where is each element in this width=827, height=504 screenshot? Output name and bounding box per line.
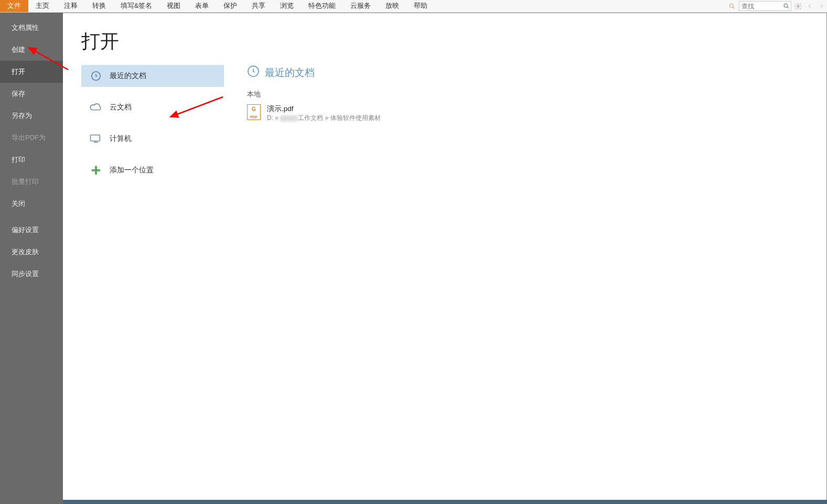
local-section-label: 本地 — [247, 90, 826, 99]
location-item-cloud[interactable]: 云文档 — [81, 96, 224, 118]
ribbon-tab-0[interactable]: 文件 — [0, 0, 28, 12]
search-icon[interactable] — [781, 2, 791, 11]
cloud-icon — [89, 102, 103, 113]
location-label: 计算机 — [110, 134, 132, 144]
file-path: D: » 工作文档 » 体验软件使用素材 — [267, 114, 381, 123]
sidebar-item-4[interactable]: 另存为 — [0, 105, 63, 127]
recent-panel: 最近的文档 本地 PDF演示.pdfD: » 工作文档 » 体验软件使用素材 — [224, 65, 826, 181]
ribbon-tab-13[interactable]: 帮助 — [406, 0, 435, 12]
ribbon-tab-5[interactable]: 视图 — [159, 0, 188, 12]
ribbon-tab-12[interactable]: 放映 — [378, 0, 406, 12]
svg-point-1 — [784, 4, 788, 7]
sidebar-item-3[interactable]: 保存 — [0, 83, 63, 105]
sidebar-item-10[interactable]: 更改皮肤 — [0, 241, 63, 263]
sidebar-item-8[interactable]: 关闭 — [0, 193, 63, 215]
svg-point-2 — [797, 5, 799, 7]
sidebar-gap — [0, 215, 63, 219]
page-title: 打开 — [81, 29, 826, 54]
ribbon-tab-6[interactable]: 表单 — [188, 0, 216, 12]
sidebar-item-6[interactable]: 打印 — [0, 149, 63, 171]
sidebar-item-2[interactable]: 打开 — [0, 61, 63, 83]
find-highlight-icon[interactable] — [727, 2, 737, 11]
ribbon-tab-2[interactable]: 注释 — [57, 0, 85, 12]
taskbar-left-stub — [0, 500, 63, 504]
svg-rect-4 — [90, 135, 100, 141]
content-panel: 打开 最近的文档云文档计算机添加一个位置 最近的文档 本地 PDF演示.pdfD… — [63, 13, 827, 504]
ribbon-tab-1[interactable]: 主页 — [28, 0, 57, 12]
svg-point-0 — [729, 4, 733, 7]
location-label: 添加一个位置 — [110, 166, 154, 175]
location-label: 最近的文档 — [110, 71, 146, 81]
clock-icon — [247, 65, 260, 80]
ribbon-spacer — [435, 0, 727, 12]
pdf-file-icon: PDF — [247, 104, 261, 120]
sidebar-item-9[interactable]: 偏好设置 — [0, 219, 63, 241]
sidebar-item-5[interactable]: 导出PDF为 — [0, 127, 63, 149]
nav-prev-icon[interactable] — [805, 2, 814, 11]
recent-header: 最近的文档 — [247, 65, 826, 80]
taskbar-stub — [63, 500, 827, 504]
ribbon-tab-9[interactable]: 浏览 — [273, 0, 301, 12]
location-item-computer[interactable]: 计算机 — [81, 128, 224, 150]
open-columns: 最近的文档云文档计算机添加一个位置 最近的文档 本地 PDF演示.pdfD: »… — [81, 65, 826, 181]
file-menu-sidebar: 文档属性创建打开保存另存为导出PDF为打印批量打印关闭偏好设置更改皮肤同步设置 — [0, 13, 63, 504]
sidebar-item-0[interactable]: 文档属性 — [0, 17, 63, 39]
location-item-clock[interactable]: 最近的文档 — [81, 65, 224, 87]
search-box[interactable] — [739, 1, 791, 11]
plus-icon — [89, 165, 103, 176]
recent-file-row[interactable]: PDF演示.pdfD: » 工作文档 » 体验软件使用素材 — [247, 102, 826, 125]
main-area: 文档属性创建打开保存另存为导出PDF为打印批量打印关闭偏好设置更改皮肤同步设置 … — [0, 13, 827, 504]
sidebar-item-7[interactable]: 批量打印 — [0, 171, 63, 193]
gear-icon[interactable] — [793, 2, 803, 11]
locations-list: 最近的文档云文档计算机添加一个位置 — [81, 65, 224, 181]
computer-icon — [89, 133, 103, 145]
location-item-plus[interactable]: 添加一个位置 — [81, 159, 224, 181]
ribbon-right-controls — [727, 0, 827, 12]
ribbon-tab-8[interactable]: 共享 — [244, 0, 273, 12]
clock-icon — [89, 70, 103, 82]
location-label: 云文档 — [110, 103, 132, 112]
ribbon-tab-3[interactable]: 转换 — [85, 0, 113, 12]
recent-header-label: 最近的文档 — [265, 66, 315, 80]
ribbon-tab-7[interactable]: 保护 — [216, 0, 244, 12]
sidebar-item-11[interactable]: 同步设置 — [0, 263, 63, 285]
ribbon-tab-10[interactable]: 特色功能 — [301, 0, 343, 12]
redacted-segment — [280, 115, 298, 122]
ribbon-tab-4[interactable]: 填写&签名 — [113, 0, 159, 12]
nav-next-icon[interactable] — [817, 2, 826, 11]
ribbon-bar: 文件主页注释转换填写&签名视图表单保护共享浏览特色功能云服务放映帮助 — [0, 0, 827, 13]
ribbon-tab-11[interactable]: 云服务 — [343, 0, 378, 12]
file-name: 演示.pdf — [267, 104, 381, 114]
sidebar-item-1[interactable]: 创建 — [0, 39, 63, 61]
file-info: 演示.pdfD: » 工作文档 » 体验软件使用素材 — [267, 104, 381, 123]
search-input[interactable] — [739, 3, 781, 10]
